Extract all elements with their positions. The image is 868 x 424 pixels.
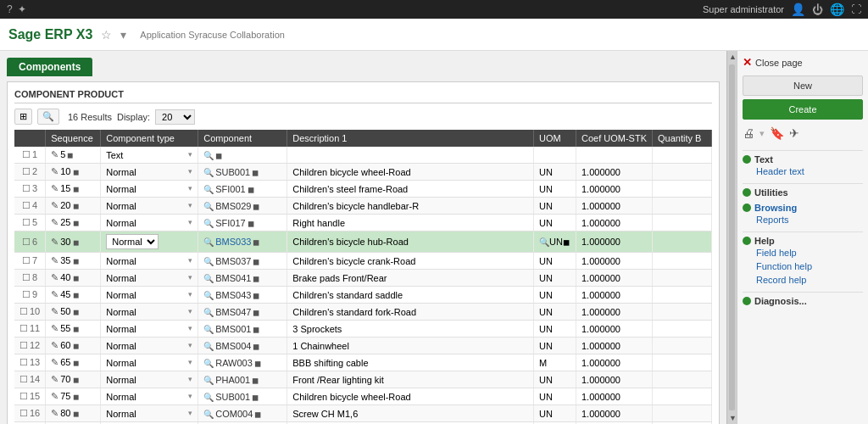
- row-edit-icon[interactable]: ✎: [51, 408, 58, 418]
- col-qty[interactable]: Quantity B: [653, 130, 712, 147]
- row-edit-icon[interactable]: ✎: [51, 200, 58, 210]
- row-type-cell[interactable]: Normal▾: [101, 371, 198, 388]
- seq-icon[interactable]: ◼: [73, 308, 79, 316]
- row-type-cell[interactable]: Normal▾: [101, 270, 198, 287]
- new-button[interactable]: New: [743, 75, 863, 96]
- type-arrow[interactable]: ▾: [188, 201, 192, 209]
- close-page-button[interactable]: ✕ Close page: [743, 56, 863, 69]
- seq-icon[interactable]: ◼: [73, 410, 79, 418]
- row-edit-icon[interactable]: ✎: [51, 217, 58, 227]
- col-coef[interactable]: Coef UOM-STK: [576, 130, 652, 147]
- comp-search-icon[interactable]: 🔍: [203, 219, 214, 228]
- rp-section-text-title[interactable]: Text: [743, 154, 863, 165]
- row-type-cell[interactable]: Normal▾: [101, 181, 198, 198]
- comp-search-icon[interactable]: 🔍: [203, 359, 214, 368]
- row-type-cell[interactable]: Normal▾: [101, 321, 198, 338]
- comp-search-icon[interactable]: 🔍: [203, 410, 214, 419]
- type-arrow[interactable]: ▾: [188, 307, 192, 315]
- comp-search-icon[interactable]: 🔍: [203, 325, 214, 334]
- row-edit-icon[interactable]: ✎: [51, 374, 58, 384]
- print-icon[interactable]: 🖨: [743, 126, 754, 140]
- seq-icon[interactable]: ◼: [73, 168, 79, 176]
- comp-search-icon[interactable]: 🔍: [203, 308, 214, 317]
- seq-icon[interactable]: ◼: [73, 359, 79, 367]
- seq-icon[interactable]: ◼: [73, 325, 79, 333]
- topbar-icon1[interactable]: ?: [7, 3, 13, 15]
- rp-item-field-help[interactable]: Field help: [743, 246, 863, 259]
- comp-edit-icon[interactable]: ◼: [253, 274, 259, 283]
- row-type-cell[interactable]: Normal▾: [101, 287, 198, 304]
- comp-search-icon[interactable]: 🔍: [203, 376, 214, 385]
- rp-item-record-help[interactable]: Record help: [743, 273, 863, 287]
- table-container[interactable]: Sequence Component type Component Descri…: [14, 130, 712, 424]
- comp-edit-icon-empty[interactable]: ◼: [215, 151, 222, 160]
- row-type-cell[interactable]: Normal▾: [101, 338, 198, 354]
- comp-search-icon[interactable]: 🔍: [203, 274, 214, 283]
- uom-search[interactable]: 🔍: [539, 237, 549, 247]
- seq-icon[interactable]: ◼: [73, 219, 79, 227]
- dropdown-icon[interactable]: ▾: [120, 28, 126, 42]
- row-checkbox[interactable]: ☐: [19, 306, 28, 316]
- row-type-cell[interactable]: Normal▾: [101, 304, 198, 321]
- row-checkbox[interactable]: ☐: [22, 200, 31, 210]
- seq-icon[interactable]: ◼: [73, 342, 79, 350]
- type-arrow[interactable]: ▾: [188, 375, 192, 383]
- comp-search-icon[interactable]: 🔍: [203, 237, 214, 247]
- type-arrow[interactable]: ▾: [188, 256, 192, 265]
- row-checkbox[interactable]: ☐: [19, 323, 28, 333]
- rp-section-browsing-title[interactable]: Browsing: [743, 203, 863, 213]
- col-sequence[interactable]: Sequence: [46, 130, 101, 147]
- row-checkbox[interactable]: ☐: [19, 340, 28, 350]
- row-type-cell[interactable]: Normal: [101, 232, 198, 253]
- seq-icon[interactable]: ◼: [73, 376, 79, 384]
- row-type-cell[interactable]: Normal▾: [101, 388, 198, 405]
- comp-search-icon[interactable]: 🔍: [203, 342, 214, 351]
- type-arrow[interactable]: ▾: [188, 358, 192, 366]
- seq-icon[interactable]: ◼: [73, 291, 79, 299]
- row-checkbox[interactable]: ☐: [22, 166, 31, 176]
- expand-icon[interactable]: ⛶: [851, 3, 861, 15]
- seq-icon[interactable]: ◼: [73, 393, 79, 401]
- rp-section-diagnosis-title[interactable]: Diagnosis...: [743, 296, 863, 306]
- comp-search-icon[interactable]: 🔍: [203, 291, 214, 300]
- rp-section-help-title[interactable]: Help: [743, 236, 863, 246]
- row-checkbox[interactable]: ☐: [22, 237, 31, 247]
- row-edit-icon[interactable]: ✎: [51, 183, 58, 193]
- scroll-thumb[interactable]: [729, 64, 735, 410]
- type-arrow[interactable]: ▾: [188, 167, 192, 176]
- row-edit-icon[interactable]: ✎: [51, 391, 58, 401]
- row-checkbox[interactable]: ☐: [22, 272, 31, 282]
- row-edit-icon[interactable]: ✎: [51, 357, 58, 367]
- row-checkbox[interactable]: ☐: [22, 217, 31, 227]
- tab-components[interactable]: Components: [7, 58, 92, 76]
- col-uom[interactable]: UOM: [533, 130, 576, 147]
- type-arrow[interactable]: ▾: [188, 150, 192, 159]
- type-arrow[interactable]: ▾: [188, 392, 192, 400]
- rp-item-reports[interactable]: Reports: [743, 213, 863, 226]
- row-edit-icon[interactable]: ✎: [51, 340, 58, 350]
- row-checkbox[interactable]: ☐: [19, 357, 28, 367]
- type-arrow[interactable]: ▾: [188, 341, 192, 349]
- comp-search-icon[interactable]: 🔍: [203, 185, 214, 194]
- col-component[interactable]: Component: [198, 130, 287, 147]
- scroll-up-arrow[interactable]: ▲: [727, 51, 737, 63]
- logout-icon[interactable]: ⏻: [812, 3, 823, 16]
- row-edit-icon[interactable]: ✎: [51, 289, 58, 299]
- comp-edit-icon[interactable]: ◼: [252, 393, 259, 402]
- type-arrow[interactable]: ▾: [188, 273, 192, 282]
- row-type-cell[interactable]: Normal▾: [101, 164, 198, 181]
- row-edit-icon[interactable]: ✎: [51, 166, 58, 176]
- comp-edit-icon[interactable]: ◼: [252, 376, 259, 385]
- uom-edit[interactable]: ◼: [563, 237, 570, 247]
- col-description[interactable]: Description 1: [287, 130, 534, 147]
- type-arrow[interactable]: ▾: [188, 290, 192, 298]
- comp-search-icon-empty[interactable]: 🔍: [203, 151, 214, 160]
- share-icon[interactable]: ✈: [789, 126, 799, 140]
- comp-edit-icon[interactable]: ◼: [252, 168, 259, 177]
- rp-section-utilities-title[interactable]: Utilities: [743, 187, 863, 198]
- row-edit-icon[interactable]: ✎: [51, 149, 58, 159]
- type-arrow[interactable]: ▾: [188, 218, 192, 226]
- type-arrow[interactable]: ▾: [188, 409, 192, 417]
- star-icon[interactable]: ☆: [101, 28, 112, 42]
- topbar-icon2[interactable]: ✦: [18, 3, 26, 15]
